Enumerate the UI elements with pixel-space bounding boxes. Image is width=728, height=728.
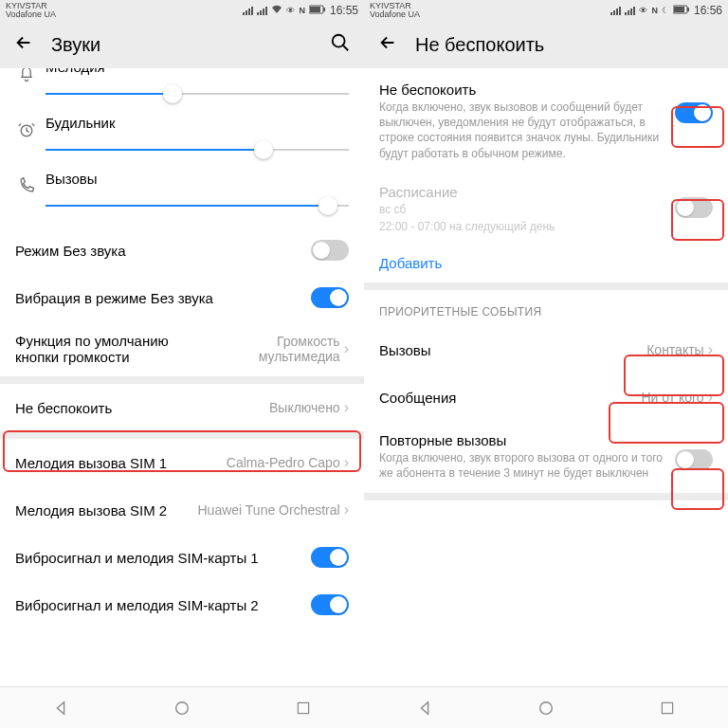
toggle-schedule[interactable] bbox=[675, 197, 713, 218]
toggle-vibro-sim2[interactable] bbox=[311, 594, 349, 615]
status-bar: KYIVSTAR Vodafone UA 👁 N 16:55 bbox=[0, 0, 364, 21]
row-vibrate-silent[interactable]: Вибрация в режиме Без звука bbox=[0, 274, 364, 321]
signal-icon bbox=[243, 7, 253, 15]
row-schedule[interactable]: Расписание вс сб 22:00 - 07:00 на следую… bbox=[364, 174, 728, 244]
back-icon[interactable] bbox=[377, 32, 398, 57]
signal-icon bbox=[610, 7, 621, 15]
search-icon[interactable] bbox=[330, 32, 351, 57]
row-repeat-calls[interactable]: Повторные вызовы Когда включено, звук вт… bbox=[364, 421, 728, 492]
signal-icon bbox=[625, 7, 635, 15]
left-pane: KYIVSTAR Vodafone UA 👁 N 16:55 bbox=[0, 0, 364, 728]
alarm-icon bbox=[8, 115, 46, 139]
chevron-right-icon: › bbox=[344, 340, 349, 357]
chevron-right-icon: › bbox=[344, 454, 349, 471]
row-volume-function[interactable]: Функция по умолчанию кнопки громкости Гр… bbox=[0, 321, 364, 376]
app-bar: Не беспокоить bbox=[364, 21, 728, 68]
nav-back[interactable] bbox=[51, 699, 70, 718]
row-dnd[interactable]: Не беспокоить Выключено › bbox=[0, 384, 364, 431]
clock: 16:56 bbox=[694, 4, 722, 17]
nav-home[interactable] bbox=[173, 699, 191, 718]
eye-icon: 👁 bbox=[286, 6, 295, 15]
svg-rect-6 bbox=[298, 702, 308, 713]
nav-back[interactable] bbox=[415, 699, 434, 718]
add-schedule-link[interactable]: Добавить bbox=[364, 244, 728, 282]
back-icon[interactable] bbox=[13, 32, 34, 57]
svg-point-5 bbox=[176, 701, 189, 714]
battery-icon bbox=[673, 5, 690, 16]
carrier-2: Vodafone UA bbox=[370, 10, 420, 19]
row-calls[interactable]: Вызовы Контакты › bbox=[364, 326, 728, 373]
toggle-silent[interactable] bbox=[311, 240, 349, 261]
nav-home[interactable] bbox=[537, 699, 555, 718]
toggle-vibro-sim1[interactable] bbox=[311, 547, 349, 568]
svg-rect-9 bbox=[674, 7, 684, 12]
nav-recent[interactable] bbox=[294, 699, 313, 718]
signal-icon bbox=[257, 7, 267, 15]
page-title: Не беспокоить bbox=[415, 34, 544, 56]
svg-point-10 bbox=[540, 701, 553, 714]
section-priority: ПРИОРИТЕТНЫЕ СОБЫТИЯ bbox=[364, 290, 728, 326]
nav-recent[interactable] bbox=[658, 699, 677, 718]
nav-bar bbox=[0, 686, 364, 728]
right-pane: KYIVSTAR Vodafone UA 👁 N ☾ 16:56 Не бесп… bbox=[364, 0, 728, 728]
svg-point-3 bbox=[333, 35, 345, 47]
row-sim1-ringtone[interactable]: Мелодия вызова SIM 1 Calma-Pedro Capo › bbox=[0, 439, 364, 486]
chevron-right-icon: › bbox=[344, 501, 349, 519]
clock: 16:55 bbox=[330, 4, 358, 17]
slider-track[interactable] bbox=[46, 136, 349, 163]
nfc-icon: N bbox=[651, 6, 658, 15]
svg-rect-8 bbox=[687, 8, 689, 11]
svg-rect-1 bbox=[323, 8, 325, 11]
moon-icon: ☾ bbox=[662, 6, 669, 15]
slider-melody[interactable]: Мелодия bbox=[0, 68, 364, 107]
carrier-2: Vodafone UA bbox=[6, 10, 56, 19]
row-silent-mode[interactable]: Режим Без звука bbox=[0, 227, 364, 274]
row-vibro-sim2[interactable]: Вибросигнал и мелодия SIM-карты 2 bbox=[0, 581, 364, 628]
toggle-vibrate-silent[interactable] bbox=[311, 287, 349, 308]
wifi-icon bbox=[271, 5, 282, 16]
status-bar: KYIVSTAR Vodafone UA 👁 N ☾ 16:56 bbox=[364, 0, 728, 21]
svg-rect-11 bbox=[662, 702, 672, 713]
row-sim2-ringtone[interactable]: Мелодия вызова SIM 2 Huawei Tune Orchest… bbox=[0, 486, 364, 534]
toggle-repeat[interactable] bbox=[675, 449, 713, 470]
slider-track[interactable] bbox=[46, 192, 349, 219]
nav-bar bbox=[364, 686, 728, 728]
chevron-right-icon: › bbox=[344, 399, 349, 416]
eye-icon: 👁 bbox=[639, 6, 647, 15]
row-vibro-sim1[interactable]: Вибросигнал и мелодия SIM-карты 1 bbox=[0, 534, 364, 581]
chevron-right-icon: › bbox=[708, 389, 713, 406]
page-title: Звуки bbox=[51, 34, 100, 56]
phone-icon bbox=[8, 171, 46, 195]
row-dnd-main[interactable]: Не беспокоить Когда включено, звук вызов… bbox=[364, 68, 728, 174]
svg-rect-2 bbox=[310, 7, 320, 12]
bell-icon bbox=[8, 68, 46, 83]
nfc-icon: N bbox=[299, 6, 305, 15]
toggle-dnd[interactable] bbox=[675, 102, 713, 123]
chevron-right-icon: › bbox=[708, 341, 713, 358]
slider-alarm[interactable]: Будильник bbox=[0, 107, 364, 163]
app-bar: Звуки bbox=[0, 21, 364, 68]
battery-icon bbox=[309, 5, 326, 16]
slider-track[interactable] bbox=[46, 81, 349, 107]
row-messages[interactable]: Сообщения Ни от кого › bbox=[364, 373, 728, 421]
slider-calls[interactable]: Вызовы bbox=[0, 163, 364, 227]
